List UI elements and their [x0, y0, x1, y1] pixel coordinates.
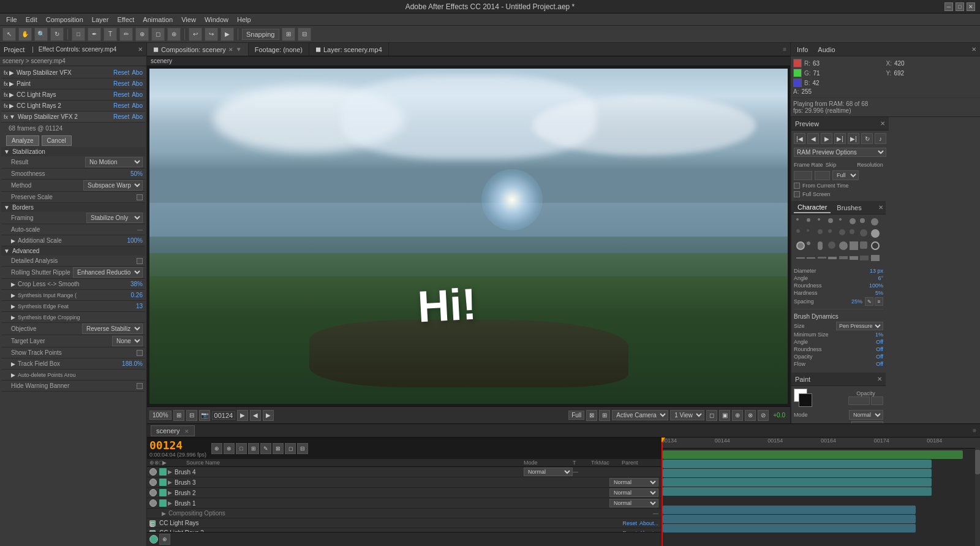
menu-window[interactable]: Window — [201, 15, 232, 25]
view-select[interactable]: Active Camera — [612, 410, 668, 420]
full-screen-checkbox[interactable] — [794, 191, 800, 197]
roundness-dyn-value[interactable]: Off — [876, 346, 883, 352]
go-to-end[interactable]: ▶| — [848, 133, 859, 144]
menu-composition[interactable]: Composition — [42, 15, 87, 25]
expand-edge-crop[interactable]: ▶ — [11, 314, 15, 320]
track-brush4[interactable] — [663, 460, 932, 468]
effect-controls-tab[interactable]: Effect Controls: scenery.mp4 — [39, 46, 116, 53]
comp-tab[interactable]: ◼ Composition: scenery ✕ ▼ — [147, 43, 249, 56]
layer-eye-2[interactable] — [149, 489, 157, 496]
step-forward[interactable]: ▶| — [834, 133, 846, 144]
smoothness-value[interactable]: 50% — [130, 170, 143, 177]
ram-preview-options[interactable]: RAM Preview Options — [794, 148, 886, 157]
tl-btn-2[interactable]: ⊗ — [224, 443, 235, 454]
layer-eye-icon[interactable] — [149, 468, 157, 476]
track-field-value[interactable]: 188.0% — [122, 360, 143, 367]
toolbar-pen-tool[interactable]: ✒ — [88, 28, 101, 41]
character-tab[interactable]: Character — [794, 202, 831, 213]
expand-layer-3[interactable]: ▶ — [168, 479, 172, 485]
toolbar-puppet-tool[interactable]: ⊛ — [167, 28, 181, 41]
brush-sel-7[interactable] — [860, 241, 867, 249]
line-brush-7[interactable] — [860, 256, 869, 260]
menu-view[interactable]: View — [178, 15, 200, 25]
tl-btn-4[interactable]: ⊞ — [248, 443, 259, 454]
line-brush-2[interactable] — [807, 257, 815, 259]
brush4-mode-select[interactable]: Normal — [524, 468, 573, 476]
preserve-scale-checkbox[interactable] — [137, 194, 143, 200]
brush-dot-1[interactable] — [796, 218, 799, 221]
brush-sel-2[interactable] — [807, 241, 810, 245]
detailed-analysis-checkbox[interactable] — [137, 258, 143, 264]
cc1-about[interactable]: About... — [639, 520, 658, 526]
roundness-value[interactable]: 100% — [869, 282, 883, 289]
cancel-button[interactable]: Cancel — [42, 135, 72, 146]
expand-track[interactable]: ▶ — [11, 361, 15, 367]
resolution-preview-select[interactable]: Full Half — [832, 170, 859, 180]
close-button[interactable]: ✕ — [967, 2, 975, 11]
brush-sel-1[interactable] — [796, 241, 805, 250]
objective-dropdown[interactable]: Reverse Stabiliz Stabilize — [82, 324, 143, 334]
toolbar-rotate-tool[interactable]: ↻ — [50, 28, 64, 41]
brush-large[interactable] — [871, 241, 880, 250]
tl-btn-6[interactable]: ⊠ — [273, 443, 284, 454]
expand-layer-2[interactable]: ▶ — [168, 490, 172, 496]
audio-tab[interactable]: Audio — [815, 45, 837, 55]
from-current-checkbox[interactable] — [794, 183, 800, 189]
additional-scale-value[interactable]: 100% — [127, 237, 143, 244]
scrollbar-thumb[interactable] — [975, 450, 980, 474]
brush-dot-9[interactable] — [796, 229, 800, 233]
warp-reset-1[interactable]: Reset — [113, 69, 129, 76]
brush1-mode-select[interactable]: Normal — [609, 499, 658, 507]
analyze-button[interactable]: Analyze — [6, 135, 39, 146]
rolling-shutter-dropdown[interactable]: Enhanced Reductio Standard — [73, 267, 143, 278]
paint-opacity-input[interactable]: 100% — [848, 396, 870, 405]
expand-layer-4[interactable]: ▶ — [168, 469, 172, 475]
line-brush-1[interactable] — [796, 257, 805, 259]
comp-tab-menu-arrow[interactable]: ▼ — [236, 46, 242, 53]
warp-abo-1[interactable]: Abo — [132, 69, 143, 76]
toolbar-shape-tool[interactable]: □ — [72, 28, 85, 41]
track-cc-light2[interactable] — [663, 515, 916, 523]
tl-btn-1[interactable]: ⊕ — [211, 443, 222, 454]
layer-tab[interactable]: ◼ Layer: scenery.mp4 — [309, 43, 389, 56]
expand-paint[interactable]: ▶ — [9, 80, 14, 87]
paint-reset[interactable]: Reset — [113, 80, 129, 87]
timecode-display[interactable]: 00124 — [212, 411, 236, 420]
spacing-options-icon[interactable]: ≡ — [875, 297, 883, 306]
expand-edge-feat[interactable]: ▶ — [11, 303, 15, 309]
expand-synthesis[interactable]: ▶ — [11, 292, 15, 298]
expand-compositing[interactable]: ▶ — [162, 510, 166, 517]
brush-dot-15[interactable] — [860, 229, 867, 237]
brush-dot-2[interactable] — [807, 218, 810, 222]
frame-rate-input[interactable]: (30) — [794, 171, 812, 180]
comp-viewer[interactable]: Hi! — [147, 66, 790, 406]
panel-close-btn[interactable]: ✕ — [138, 46, 143, 53]
crop-less-value[interactable]: 38% — [130, 281, 143, 287]
toolbar-snapping-toggle[interactable]: ⊞ — [282, 28, 295, 41]
toolbar-zoom-tool[interactable]: 🔍 — [34, 28, 48, 41]
toolbar-redo[interactable]: ↪ — [205, 28, 218, 41]
spacing-edit-icon[interactable]: ✎ — [865, 297, 873, 306]
tl-btn-7[interactable]: ◻ — [285, 443, 296, 454]
cc-reset-1[interactable]: Reset — [113, 91, 129, 98]
warp-reset-2[interactable]: Reset — [113, 113, 129, 120]
timeline-scenery-tab[interactable]: scenery ✕ — [151, 425, 195, 436]
tl-solo-icon[interactable] — [149, 535, 158, 544]
go-to-start[interactable]: |◀ — [794, 133, 805, 144]
line-brush-4[interactable] — [828, 257, 837, 259]
hardness-value[interactable]: 5% — [875, 290, 883, 296]
line-brush-3[interactable] — [818, 257, 826, 259]
preview-close[interactable]: ✕ — [880, 120, 885, 127]
paint-flow-input[interactable]: 19 — [871, 396, 883, 405]
cc-reset-2[interactable]: Reset — [113, 102, 129, 109]
zoom-display[interactable]: 100% — [149, 411, 172, 420]
toggle-3d[interactable]: ⊘ — [758, 410, 769, 421]
skip-input[interactable]: 0 — [815, 171, 830, 180]
expand-cc-1[interactable]: ▶ — [9, 91, 14, 98]
advanced-section[interactable]: ▼ Advanced — [1, 246, 145, 256]
brush-dot-6[interactable] — [850, 218, 856, 224]
snapping-label[interactable]: Snapping — [242, 29, 279, 40]
toggle-rulers[interactable]: ⊗ — [745, 410, 756, 421]
track-cc-light[interactable] — [663, 506, 916, 514]
menu-effect[interactable]: Effect — [113, 15, 138, 25]
